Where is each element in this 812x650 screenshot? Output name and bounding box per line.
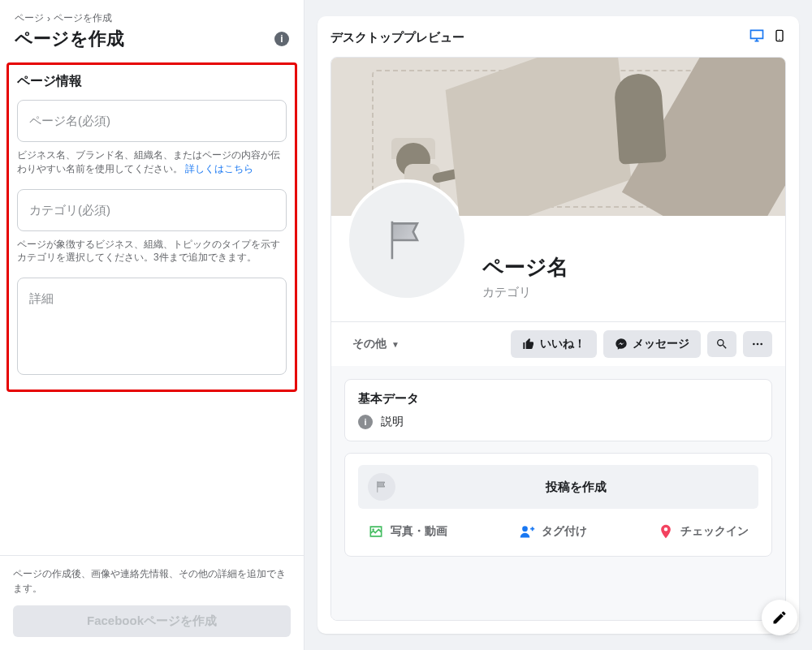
basic-data-desc: 説明 [381,415,404,429]
edit-fab[interactable] [762,600,797,635]
avatar-wrapper [346,179,468,301]
compose-checkin[interactable]: チェックイン [651,519,755,545]
page-name-help: ビジネス名、ブランド名、組織名、またはページの内容が伝わりやすい名前を使用してく… [17,149,287,176]
preview-panels: 基本データ i 説明 投稿を作成 [331,366,785,620]
preview-title: デスクトッププレビュー [330,30,464,45]
messenger-icon [615,338,628,351]
search-icon [715,338,728,351]
info-icon: i [358,415,373,429]
chevron-right-icon: › [47,13,50,24]
compose-tag[interactable]: タグ付け [512,519,594,545]
desktop-icon[interactable] [749,28,765,47]
preview-card: デスクトッププレビュー [317,16,799,634]
profile-row: ページ名 カテゴリ [331,216,785,321]
page-preview: ページ名 カテゴリ その他 ▼ いいね！ メッセージ [330,57,786,621]
basic-data-heading: 基本データ [358,391,758,407]
footer-help: ページの作成後、画像や連絡先情報、その他の詳細を追加できます。 [13,567,291,596]
svg-point-2 [753,343,755,346]
category-input[interactable] [29,203,274,217]
flag-icon [382,215,432,265]
create-page-button[interactable]: Facebookページを作成 [13,605,291,637]
svg-point-6 [522,526,528,532]
composer-panel: 投稿を作成 写真・動画 [344,453,772,557]
preview-page-name: ページ名 [482,253,568,282]
sidebar-footer: ページの作成後、画像や連絡先情報、その他の詳細を追加できます。 Facebook… [0,555,304,650]
page-name-input[interactable] [29,114,274,127]
details-field-wrapper [17,278,287,375]
like-label: いいね！ [540,337,585,351]
ellipsis-icon [751,338,764,351]
like-button[interactable]: いいね！ [511,330,597,358]
tag-people-icon [519,523,535,540]
breadcrumb-root[interactable]: ページ [15,11,44,25]
caret-down-icon: ▼ [391,340,400,349]
breadcrumb: ページ › ページを作成 [15,11,289,25]
breadcrumb-current: ページを作成 [54,11,112,25]
message-button[interactable]: メッセージ [603,330,701,358]
tab-other[interactable]: その他 ▼ [344,332,408,356]
composer-header[interactable]: 投稿を作成 [358,465,758,509]
basic-data-panel: 基本データ i 説明 [344,379,772,441]
category-field-wrapper [17,189,287,231]
svg-point-4 [760,343,762,346]
edit-icon [771,609,788,626]
preview-header: デスクトッププレビュー [330,28,786,47]
page-title: ページを作成 [15,27,124,51]
preview-category: カテゴリ [482,285,568,300]
compose-checkin-label: チェックイン [680,524,749,539]
compose-photo-label: 写真・動画 [391,524,447,539]
details-input[interactable] [29,291,274,321]
flag-icon [374,480,389,494]
page-name-field-wrapper [17,100,287,142]
compose-tag-label: タグ付け [542,524,587,539]
photo-icon [368,523,384,540]
message-label: メッセージ [633,337,689,351]
category-help: ページが象徴するビジネス、組織、トピックのタイプを示すカテゴリを選択してください… [17,238,287,265]
info-icon[interactable]: i [274,32,289,46]
svg-point-5 [372,528,374,531]
thumbs-up-icon [522,338,535,351]
composer-title: 投稿を作成 [404,480,749,495]
mobile-icon[interactable] [773,28,786,47]
more-button[interactable] [743,331,772,357]
page-info-section: ページ情報 ビジネス名、ブランド名、組織名、またはページの内容が伝わりやすい名前… [6,62,297,392]
location-icon [658,523,674,540]
avatar-placeholder [349,183,464,298]
action-row: その他 ▼ いいね！ メッセージ [331,321,785,366]
create-page-sidebar: ページ › ページを作成 ページを作成 i ページ情報 ビジネス名、ブランド名、… [0,0,304,650]
composer-actions: 写真・動画 タグ付け [358,517,758,545]
learn-more-link[interactable]: 詳しくはこちら [185,163,253,174]
tab-other-label: その他 [352,337,387,351]
svg-point-1 [779,39,780,40]
name-block: ページ名 カテゴリ [482,237,568,300]
svg-point-3 [757,343,759,346]
basic-data-row: i 説明 [358,415,758,429]
preview-area: デスクトッププレビュー [304,0,812,650]
search-button[interactable] [707,331,736,357]
compose-photo-video[interactable]: 写真・動画 [361,519,454,545]
section-heading: ページ情報 [17,73,287,90]
composer-avatar [368,473,395,501]
